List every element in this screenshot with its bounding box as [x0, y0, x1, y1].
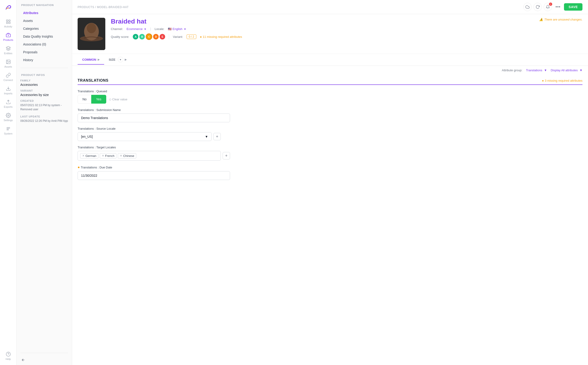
- source-locale-add-button[interactable]: +: [213, 133, 221, 140]
- queued-toggle: No Yes: [78, 95, 106, 104]
- quality-row: Quality score: A B C D E Variant: 0 / 2 …: [111, 34, 582, 40]
- product-nav-section: PRODUCT NAVIGATION Attributes Assets Cat…: [17, 0, 72, 66]
- locale-dropdown-icon: ▼: [184, 28, 186, 30]
- quality-badge-e: E: [160, 34, 165, 39]
- due-date-input[interactable]: [78, 171, 230, 180]
- main-content: PRODUCTS / MODEL-BRAIDED-HAT 1 ••• SAVE: [72, 0, 588, 365]
- display-all-attrs-link[interactable]: Display All attributes ▼: [551, 69, 582, 72]
- locale-label: Locale:: [155, 27, 165, 31]
- sidebar-nav-attributes[interactable]: Attributes: [20, 9, 68, 17]
- tab-common[interactable]: COMMON ▶: [78, 55, 104, 65]
- product-info-section: PRODUCT INFOS FAMILY Accessories VARIANT…: [17, 70, 72, 127]
- sidebar-item-label: Help: [6, 358, 11, 360]
- breadcrumb: PRODUCTS / MODEL-BRAIDED-HAT: [78, 5, 129, 9]
- sidebar-item-connect[interactable]: Connect: [1, 71, 15, 83]
- svg-point-9: [7, 61, 8, 61]
- submission-name-label: Translations : Submission Name: [78, 108, 582, 112]
- attr-filter-row: Attribute group: Translations ▼ Display …: [78, 66, 582, 75]
- missing-dot: ●: [200, 35, 202, 39]
- more-options-button[interactable]: •••: [554, 3, 562, 11]
- sidebar-item-entities[interactable]: Entities: [1, 44, 15, 56]
- source-locale-dropdown-icon: ▼: [205, 135, 208, 138]
- breadcrumb-model: MODEL-BRAIDED-HAT: [97, 6, 129, 9]
- sidebar-item-label: Settings: [4, 119, 13, 122]
- product-meta: Channel: Ecommerce ▼ | Locale: 🇺🇸 Englis…: [111, 27, 582, 31]
- breadcrumb-products: PRODUCTS: [78, 6, 94, 9]
- unsaved-warning: ⚠️ There are unsaved changes.: [539, 18, 583, 21]
- sidebar-item-exports[interactable]: Exports: [1, 98, 15, 110]
- tab-common-arrow: ▶: [98, 58, 100, 61]
- sidebar-item-activity[interactable]: Activity: [1, 17, 15, 30]
- product-infos-title: PRODUCT INFOS: [20, 74, 68, 76]
- missing-dot-icon: ●: [542, 79, 544, 82]
- sidebar-item-products[interactable]: Products: [1, 31, 15, 43]
- submission-name-input[interactable]: [78, 113, 230, 122]
- tag-chinese: ✕ Chinese: [118, 153, 136, 159]
- queued-field-group: Translations : Queued No Yes ◇ Clear val…: [78, 90, 582, 104]
- target-locales-input[interactable]: ✕ German ✕ French ✕ Chinese: [78, 151, 221, 161]
- save-button[interactable]: SAVE: [564, 3, 582, 11]
- sidebar-item-help[interactable]: Help: [1, 350, 15, 362]
- clear-value-button[interactable]: ◇ Clear value: [109, 98, 128, 101]
- channel-label: Channel:: [111, 27, 123, 31]
- cloud-icon-button[interactable]: [523, 3, 532, 11]
- sidebar-nav-proposals[interactable]: Proposals: [20, 49, 68, 56]
- notification-badge: 1: [549, 3, 552, 6]
- sidebar-item-settings[interactable]: Settings: [1, 111, 15, 123]
- target-locales-field-group: Translations : Target Locales ✕ German ✕…: [78, 146, 582, 161]
- queued-yes-button[interactable]: Yes: [91, 95, 106, 104]
- channel-value[interactable]: Ecommerce ▼: [127, 27, 146, 31]
- tag-french-remove[interactable]: ✕: [102, 154, 104, 157]
- svg-marker-7: [6, 46, 10, 49]
- attr-group-value[interactable]: Translations ▼: [526, 69, 547, 72]
- sidebar-nav-associations[interactable]: Associations (0): [20, 41, 68, 48]
- sidebar-item-label: Connect: [3, 79, 13, 81]
- svg-rect-3: [8, 22, 10, 23]
- svg-point-12: [8, 115, 9, 116]
- channel-dropdown-icon: ▼: [144, 28, 146, 30]
- source-locale-select[interactable]: [en_US] ▼: [78, 132, 212, 141]
- translations-title: TRANSLATIONS: [78, 78, 108, 83]
- svg-rect-0: [6, 20, 8, 21]
- sidebar-item-label: Exports: [4, 105, 13, 108]
- quality-badges: A B C D E: [133, 34, 165, 40]
- translations-section-header: TRANSLATIONS ● 3 missing required attrib…: [78, 75, 582, 85]
- locale-flag: 🇺🇸: [168, 27, 172, 31]
- sidebar-nav-history[interactable]: History: [20, 56, 68, 64]
- warning-icon: ⚠️: [539, 18, 543, 21]
- product-nav-title: PRODUCT NAVIGATION: [20, 4, 68, 7]
- sidebar-item-system[interactable]: System: [1, 124, 15, 137]
- svg-rect-2: [6, 22, 8, 23]
- queued-no-button[interactable]: No: [78, 95, 91, 104]
- sidebar-nav-assets[interactable]: Assets: [20, 17, 68, 24]
- last-update-value: 09/26/2022 12:26 PM by Amit PIM App: [20, 119, 68, 123]
- svg-point-23: [87, 23, 96, 33]
- variant-value: Accessories by size: [20, 93, 68, 97]
- tag-german-remove[interactable]: ✕: [82, 154, 85, 157]
- breadcrumb-sep: /: [95, 6, 97, 9]
- source-locale-label: Translations : Source Locale: [78, 127, 582, 130]
- tab-size[interactable]: SIZE ▾ ▶: [104, 54, 131, 65]
- sidebar-item-label: System: [4, 132, 13, 135]
- display-all-dropdown-icon: ▼: [580, 69, 582, 72]
- tag-chinese-remove[interactable]: ✕: [120, 154, 122, 157]
- variant-badge: 0 / 2: [186, 34, 196, 39]
- locale-value[interactable]: 🇺🇸 English ▼: [168, 27, 186, 31]
- sidebar-item-label: Assets: [4, 65, 12, 68]
- sidebar-nav-data-quality[interactable]: Data Quality Insights: [20, 33, 68, 40]
- svg-point-17: [6, 352, 10, 356]
- target-locales-add-button[interactable]: +: [223, 152, 230, 159]
- sidebar: PRODUCT NAVIGATION Attributes Assets Cat…: [17, 0, 72, 365]
- refresh-icon-button[interactable]: [533, 3, 542, 11]
- sidebar-item-assets[interactable]: Assets: [1, 57, 15, 70]
- source-locale-field-group: Translations : Source Locale [en_US] ▼ +: [78, 127, 582, 141]
- sidebar-item-imports[interactable]: Imports: [1, 84, 15, 97]
- tab-size-dropdown[interactable]: ▾: [118, 57, 123, 62]
- source-locale-row: [en_US] ▼ +: [78, 132, 230, 141]
- sidebar-nav-categories[interactable]: Categories: [20, 25, 68, 32]
- last-update-label: LAST UPDATE: [20, 115, 68, 118]
- attr-group-label: Attribute group:: [502, 69, 522, 72]
- notification-icon-button[interactable]: 1: [544, 3, 552, 11]
- back-button[interactable]: [17, 355, 72, 365]
- target-locales-row: ✕ German ✕ French ✕ Chinese +: [78, 151, 230, 161]
